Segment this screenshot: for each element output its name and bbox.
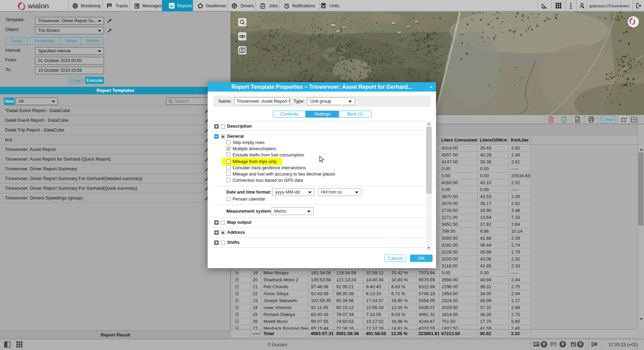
svg-text:x: x xyxy=(563,119,565,122)
